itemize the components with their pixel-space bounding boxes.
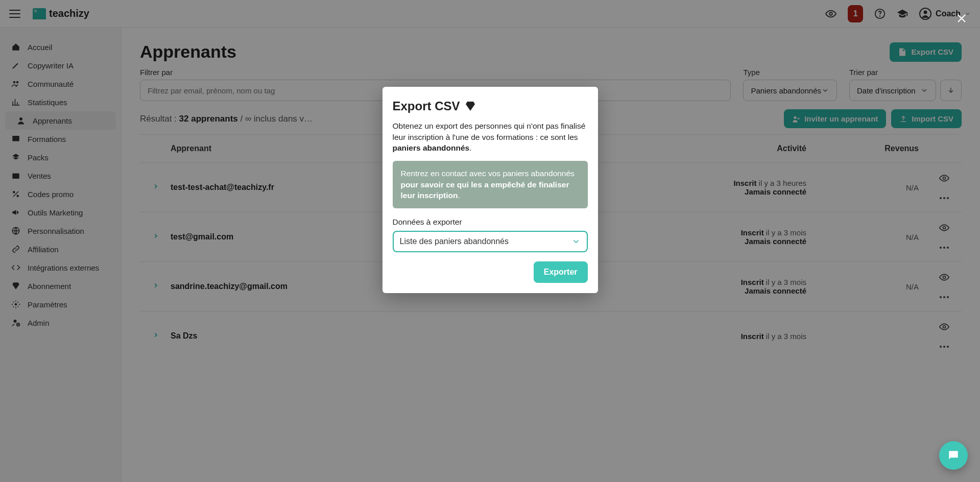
export-csv-modal: Export CSV Obtenez un export des personn… [383,87,598,293]
modal-title: Export CSV [393,99,460,113]
modal-tip-box: Rentrez en contact avec vos paniers aban… [393,161,588,208]
export-button[interactable]: Exporter [534,261,588,283]
modal-overlay: Export CSV Obtenez un export des personn… [0,0,980,482]
export-data-value: Liste des paniers abandonnés [400,237,509,246]
modal-select-label: Données à exporter [393,218,588,227]
close-icon [955,12,968,25]
chat-fab[interactable] [939,441,968,470]
chat-icon [947,449,960,462]
modal-description: Obtenez un export des personnes qui n'on… [393,120,588,154]
export-data-select[interactable]: Liste des paniers abandonnés [393,231,588,252]
chevron-down-icon [571,237,581,246]
close-modal-button[interactable] [955,12,968,27]
gem-icon [464,100,476,112]
